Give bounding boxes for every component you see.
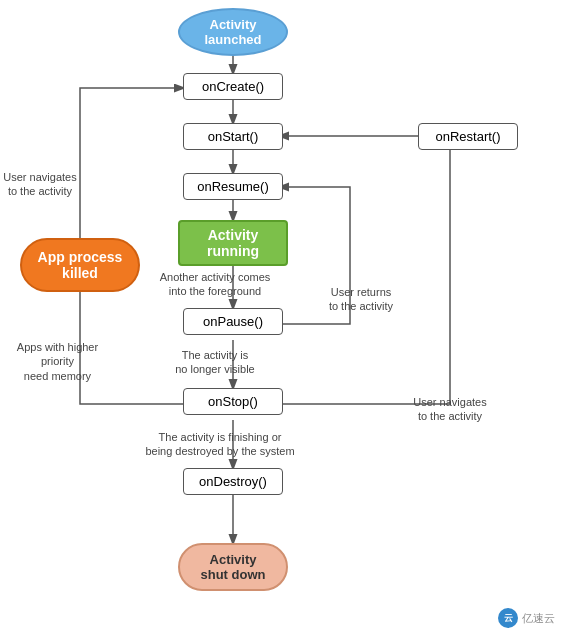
on-stop-node: onStop() — [183, 388, 283, 415]
user-navigates-right-label: User navigates to the activity — [400, 395, 500, 424]
on-start-node: onStart() — [183, 123, 283, 150]
activity-launched-node: Activity launched — [178, 8, 288, 56]
diagram-container: Activity launched onCreate() onStart() o… — [0, 0, 563, 636]
on-create-node: onCreate() — [183, 73, 283, 100]
user-navigates-left-label: User navigates to the activity — [0, 170, 80, 199]
another-activity-label: Another activity comes into the foregrou… — [155, 270, 275, 299]
watermark-logo: 云 — [498, 608, 518, 628]
app-process-killed-node: App process killed — [20, 238, 140, 292]
apps-higher-priority-label: Apps with higher priority need memory — [0, 340, 115, 383]
on-destroy-node: onDestroy() — [183, 468, 283, 495]
activity-no-longer-visible-label: The activity is no longer visible — [155, 348, 275, 377]
activity-finishing-label: The activity is finishing or being destr… — [140, 430, 300, 459]
activity-running-node: Activity running — [178, 220, 288, 266]
activity-shut-down-node: Activity shut down — [178, 543, 288, 591]
on-resume-node: onResume() — [183, 173, 283, 200]
watermark-text: 亿速云 — [522, 611, 555, 626]
watermark: 云 亿速云 — [498, 608, 555, 628]
on-restart-node: onRestart() — [418, 123, 518, 150]
user-returns-label: User returns to the activity — [316, 285, 406, 314]
on-pause-node: onPause() — [183, 308, 283, 335]
